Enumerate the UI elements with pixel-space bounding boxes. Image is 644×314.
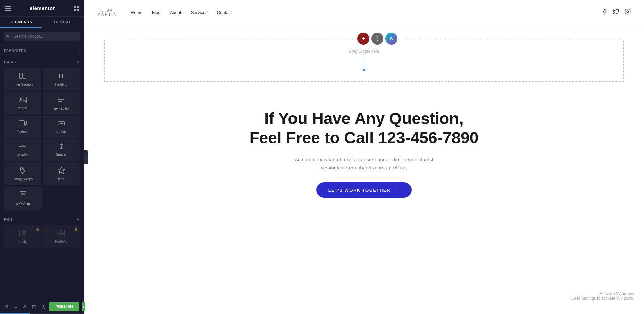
portfolio-lock-icon: 🔒 bbox=[74, 227, 78, 231]
site-logo-line1: LISA bbox=[97, 8, 117, 12]
s-button[interactable]: S bbox=[385, 33, 397, 45]
grid-view-icon[interactable] bbox=[74, 6, 79, 11]
favorites-arrow-icon: › bbox=[78, 48, 80, 53]
svg-text:H: H bbox=[59, 73, 63, 79]
tab-global[interactable]: GLOBAL bbox=[42, 17, 84, 28]
widget-wpforms[interactable]: WPForms bbox=[4, 187, 42, 210]
drop-zone[interactable]: + ⋮ S Drag widget here bbox=[104, 39, 624, 82]
divider-icon bbox=[19, 143, 27, 151]
svg-rect-27 bbox=[58, 230, 61, 233]
panel-collapse-handle[interactable]: ‹ bbox=[84, 150, 88, 164]
icon-widget-icon bbox=[57, 166, 65, 175]
pro-label: PRO bbox=[4, 218, 12, 222]
pro-section-header[interactable]: PRO ∨ bbox=[4, 216, 80, 223]
svg-rect-26 bbox=[23, 235, 26, 236]
portfolio-icon bbox=[57, 229, 65, 238]
wpforms-icon bbox=[19, 191, 27, 200]
publish-button[interactable]: PUBLISH bbox=[49, 302, 79, 311]
nav-services[interactable]: Services bbox=[191, 10, 208, 15]
basic-section-header[interactable]: BASIC ∨ bbox=[4, 58, 80, 66]
widget-inner-section[interactable]: Inner Section bbox=[4, 68, 41, 91]
cta-button[interactable]: LET'S WORK TOGETHER → bbox=[316, 182, 412, 198]
widget-posts-label: Posts bbox=[18, 240, 27, 244]
basic-widgets-grid: Inner Section H Heading bbox=[4, 66, 80, 212]
svg-rect-5 bbox=[19, 97, 26, 103]
google-maps-icon bbox=[19, 166, 26, 175]
search-input[interactable] bbox=[4, 32, 80, 41]
elementor-logo: elementor bbox=[30, 5, 55, 11]
cta-arrow-icon: → bbox=[394, 187, 400, 193]
main-section: If You Have Any Question, Feel Free to C… bbox=[84, 89, 644, 225]
favorites-section: FAVORITES › bbox=[0, 44, 84, 56]
widget-heading-label: Heading bbox=[55, 83, 67, 87]
basic-label: BASIC bbox=[4, 60, 16, 64]
widget-google-maps[interactable]: Google Maps bbox=[4, 162, 41, 185]
svg-rect-28 bbox=[62, 230, 65, 233]
video-icon bbox=[19, 120, 27, 128]
responsive-icon[interactable]: ⊞ bbox=[31, 303, 37, 311]
bottom-toolbar: ⚙ ≡ ↺ ⊞ ◎ PUBLISH ▲ bbox=[0, 299, 84, 314]
nav-contact[interactable]: Contact bbox=[217, 10, 232, 15]
panel-header: elementor bbox=[0, 0, 84, 17]
main-heading: If You Have Any Question, Feel Free to C… bbox=[97, 109, 631, 147]
widget-spacer-label: Spacer bbox=[56, 153, 67, 157]
float-buttons: + ⋮ S bbox=[357, 33, 397, 45]
settings-icon[interactable]: ⚙ bbox=[3, 303, 10, 311]
tab-elements[interactable]: ELEMENTS bbox=[0, 17, 42, 28]
basic-arrow-icon: ∨ bbox=[77, 60, 80, 64]
heading-icon: H bbox=[57, 72, 65, 81]
widget-heading[interactable]: H Heading bbox=[43, 68, 80, 91]
twitter-icon[interactable] bbox=[613, 9, 619, 16]
svg-rect-24 bbox=[23, 230, 26, 232]
pro-arrow-icon: ∨ bbox=[77, 217, 80, 222]
basic-section: BASIC ∨ Inner Section bbox=[0, 56, 84, 213]
widget-posts[interactable]: 🔒 Posts bbox=[4, 225, 41, 248]
widget-icon[interactable]: Icon bbox=[43, 162, 80, 185]
publish-dropdown-btn[interactable]: ▲ bbox=[82, 302, 85, 311]
widget-video[interactable]: Video bbox=[4, 116, 41, 138]
heading-line1: If You Have Any Question, bbox=[264, 110, 464, 127]
nav-home[interactable]: Home bbox=[131, 10, 143, 15]
svg-rect-30 bbox=[62, 234, 65, 236]
add-widget-button[interactable]: + bbox=[357, 33, 369, 45]
widget-button[interactable]: Button bbox=[43, 116, 80, 138]
widget-button-label: Button bbox=[56, 130, 66, 134]
widget-text-editor[interactable]: Text Editor bbox=[43, 92, 80, 115]
site-nav: Home Blog About Services Contact bbox=[131, 10, 232, 15]
drag-indicator: Drag widget here bbox=[348, 49, 379, 72]
eye-icon[interactable]: ◎ bbox=[40, 303, 47, 311]
pro-widgets-grid: 🔒 Posts 🔒 bbox=[4, 223, 80, 250]
instagram-icon[interactable] bbox=[625, 9, 631, 16]
history-icon[interactable]: ↺ bbox=[21, 303, 28, 311]
svg-rect-29 bbox=[58, 234, 61, 236]
widget-portfolio[interactable]: 🔒 Portfolio bbox=[43, 225, 80, 248]
favorites-section-header[interactable]: FAVORITES › bbox=[4, 47, 80, 54]
widget-divider-label: Divider bbox=[17, 153, 28, 157]
widget-inner-section-label: Inner Section bbox=[13, 83, 33, 87]
svg-rect-25 bbox=[23, 232, 26, 234]
facebook-icon[interactable] bbox=[602, 9, 608, 16]
posts-lock-icon: 🔒 bbox=[36, 227, 39, 231]
heading-line2: Feel Free to Call 123-456-7890 bbox=[249, 129, 478, 147]
nav-blog[interactable]: Blog bbox=[152, 10, 161, 15]
widget-wpforms-label: WPForms bbox=[15, 202, 30, 206]
svg-marker-18 bbox=[58, 167, 65, 173]
svg-rect-0 bbox=[19, 73, 22, 78]
svg-point-17 bbox=[22, 169, 23, 170]
favorites-label: FAVORITES bbox=[4, 49, 26, 53]
widget-image[interactable]: Image bbox=[4, 92, 41, 115]
widget-spacer[interactable]: Spacer bbox=[43, 139, 80, 161]
widget-image-label: Image bbox=[18, 106, 28, 110]
widget-divider[interactable]: Divider bbox=[4, 139, 41, 161]
site-logo-line2: MARTIN bbox=[97, 12, 117, 16]
svg-rect-31 bbox=[625, 9, 630, 14]
left-panel: elementor ELEMENTS GLOBAL FAVORITES › BA… bbox=[0, 0, 84, 314]
hamburger-menu-icon[interactable] bbox=[5, 6, 11, 11]
nav-about[interactable]: About bbox=[170, 10, 181, 15]
svg-rect-1 bbox=[23, 73, 26, 78]
edit-section-button[interactable]: ⋮ bbox=[371, 33, 383, 45]
layers-icon[interactable]: ≡ bbox=[13, 303, 18, 311]
widget-icon-label: Icon bbox=[58, 177, 64, 181]
text-editor-icon bbox=[57, 96, 65, 105]
drag-widget-text: Drag widget here bbox=[348, 49, 379, 54]
